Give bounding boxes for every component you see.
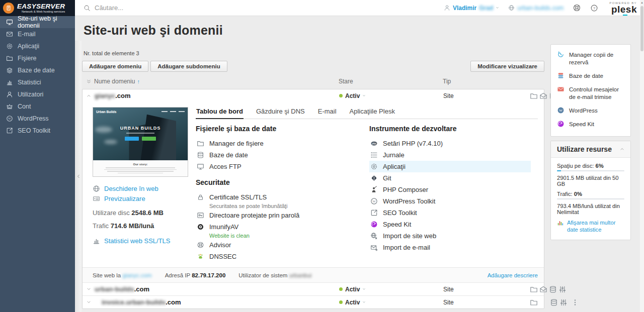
collapse-all-icon[interactable] [86,79,94,84]
status-dropdown[interactable]: Activ [339,286,443,293]
type-label: Site [443,92,530,99]
sidebar-item-users[interactable]: Utilizatori [0,88,75,100]
database-icon[interactable] [549,285,557,293]
add-domain-button[interactable]: Adăugare domeniu [82,61,148,72]
wordpress-tool-item[interactable]: WordPress [557,107,624,115]
databases-tool-item[interactable]: Baze de date [557,72,624,80]
site-preview-panel: Urban Builds URBAN BUILDS Our story: De [83,106,196,262]
wordpress-toolkit-item[interactable]: WordPress Toolkit [369,195,538,207]
tab-dashboard[interactable]: Tablou de bord [196,106,244,119]
database-icon[interactable] [550,298,558,306]
sort-arrow: ↑ [137,78,140,84]
backup-manager-item[interactable]: Manager copii de rezervă [557,51,624,66]
sidebar-item-label: Aplicaţii [18,43,39,50]
imunifyav-item[interactable]: ImunifyAV [196,221,369,233]
web-statistics-link[interactable]: Statistici web SSL/TLS [93,236,196,246]
file-manager-item[interactable]: Manager de fişiere [196,138,369,149]
files-icon[interactable] [530,298,538,306]
add-subdomain-button[interactable]: Adăugare subdomeniu [150,61,227,72]
status-dropdown[interactable]: Activ [339,299,443,306]
collapse-row-icon[interactable] [87,93,95,98]
expand-row-icon[interactable] [87,300,95,304]
domain-name-link[interactable]: urban-builds.com [95,285,339,293]
domain-suffix: .com [166,298,181,306]
ssl-note: Securitatea se poate îmbunătăţi [209,203,369,210]
resource-usage-title: Utilizare resurse [557,145,612,153]
files-icon[interactable] [530,92,538,100]
dashboard-right-column: Instrumente de dezvoltare Setări PHP (v7… [369,125,538,262]
protected-directories-item[interactable]: Directoare protejate prin parolă [196,210,369,221]
add-description-link[interactable]: Adăugare descriere [488,272,538,278]
advisor-item[interactable]: Advisor [196,239,369,251]
chevron-down-icon [362,94,366,97]
php-composer-item[interactable]: PHP Composer [369,184,538,195]
sidebar-item-databases[interactable]: Baze de date [0,64,75,76]
scroll-up-arrow[interactable]: ▲ [640,0,643,5]
settings-sliders-icon[interactable] [559,298,568,306]
main-area: Vladimir Grad urban-builds.com POWERED B… [75,0,644,312]
open-in-web-link[interactable]: Deschidere în web [93,183,196,193]
more-statistics-link[interactable]: Afişarea mai multor date statistice [557,219,624,234]
status-dropdown[interactable]: Activ [339,92,443,99]
mail-icon[interactable] [539,285,547,293]
sidebar-item-statistics[interactable]: Statistici [0,76,75,88]
email-import-item[interactable]: Import de e-mail [369,242,538,253]
list-icon [370,151,378,159]
preview-link[interactable]: Previzualizare [93,193,196,203]
tab-plesk-apps[interactable]: Aplicaţiile Plesk [349,106,395,119]
settings-sliders-icon[interactable] [558,285,567,293]
domain-name-link[interactable]: gianyc.com [95,92,339,99]
sidebar-item-seo-toolkit[interactable]: SEO Toolkit [0,125,75,137]
resource-usage-header[interactable]: Utilizare resurse [551,141,630,158]
domain-blurred-part: invoice.urban-builds [102,298,166,306]
git-item[interactable]: Git [369,172,538,184]
page-scrollbar[interactable]: ▲ [640,0,644,312]
logs-item[interactable]: Jurnale [369,149,538,161]
website-import-item[interactable]: Import de site web [369,230,538,242]
backup-icon [557,51,565,58]
current-domain-link[interactable]: urban-builds.com [508,5,564,12]
status-label: Activ [345,286,360,293]
domain-name-link[interactable]: invoice.urban-builds.com [95,298,339,306]
site-screenshot[interactable]: Urban Builds URBAN BUILDS Our story: [93,107,188,177]
more-actions-icon[interactable] [571,298,579,306]
tab-email[interactable]: E-mail [317,106,337,119]
applications-item[interactable]: Aplicaţii [369,161,531,172]
database-icon [197,151,204,159]
brand-logo[interactable]: EASYSERVER Network & Web hosting service… [0,0,75,16]
sidebar-item-account[interactable]: Cont [0,100,75,113]
outgoing-mail-control-item[interactable]: Controlul mesajelor de e-mail trimise [557,86,624,101]
speed-kit-tool-item[interactable]: Speed Kit [557,121,624,128]
wordpress-icon [557,107,565,114]
ssl-certificates-item[interactable]: Certificate SSL/TLS [196,191,369,203]
status-dot [339,94,343,97]
help-ring-icon[interactable] [573,4,581,12]
sidebar-item-applications[interactable]: Aplicaţii [0,40,75,52]
domain-blurred-part: gianyc [95,92,115,99]
ftp-access-item[interactable]: Acces FTP [196,161,369,172]
seo-toolkit-item[interactable]: SEO Toolkit [369,207,538,219]
search-icon[interactable] [84,5,91,12]
row-quick-actions [530,298,585,306]
mail-icon[interactable] [539,92,547,100]
question-help-icon[interactable] [590,4,598,12]
change-view-button[interactable]: Modificare vizualizare [470,61,544,72]
sidebar-item-files[interactable]: Fişiere [0,52,75,64]
databases-item[interactable]: Baze de date [196,149,369,161]
website-link-blurred[interactable]: gianyc.com [122,272,151,278]
files-icon[interactable] [530,285,538,293]
expand-row-icon[interactable] [87,287,95,291]
php-settings-item[interactable]: Setări PHP (v7.4.10) [369,138,538,149]
sidebar-collapse-handle[interactable] [75,41,82,312]
tab-hosting-dns[interactable]: Găzduire şi DNS [256,106,305,119]
sidebar-item-websites-domains[interactable]: Site-uri web şi domenii [0,16,75,28]
column-header-domain[interactable]: Nume domeniu ↑ [94,78,339,85]
sidebar-item-label: SEO Toolkit [18,127,50,134]
sidebar-item-wordpress[interactable]: WordPress [0,113,75,125]
sidebar-item-email[interactable]: E-mail [0,28,75,40]
speed-kit-item[interactable]: Speed Kit [369,219,538,230]
user-menu[interactable]: Vladimir Grad [444,5,499,12]
search-input[interactable] [95,4,246,12]
scrollbar-thumb[interactable] [640,6,643,51]
dnssec-item[interactable]: DNSSEC [196,251,369,262]
